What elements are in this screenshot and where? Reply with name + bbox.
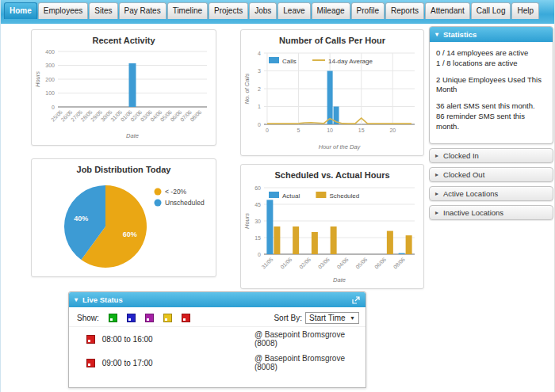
filter-checkbox-purple[interactable] [145,314,154,322]
shift-location: @ Basepoint Bromsgrove (8008) [255,354,366,371]
status-color-swatch [86,335,95,344]
svg-text:06/06: 06/06 [373,257,387,270]
svg-text:02/06: 02/06 [298,257,312,270]
svg-text:15: 15 [255,235,261,241]
tab-mileage[interactable]: Mileage [312,2,350,19]
tab-pay-rates[interactable]: Pay Rates [119,2,166,19]
chevron-right-icon: ▸ [435,152,438,159]
svg-text:31/05: 31/05 [261,257,274,270]
chart-title: Scheduled vs. Actual Hours [241,170,423,180]
statistics-header[interactable]: ▾ Statistics [430,27,553,42]
caret-down-icon: ▼ [350,315,355,321]
show-filter-swatches [109,314,200,322]
svg-text:01/06: 01/06 [279,257,293,270]
chart-title: Job Distribution Today [32,165,216,174]
tab-home[interactable]: Home [4,2,37,19]
live-status-rows: 08:00 to 16:00@ Basepoint Bromsgrove (80… [69,327,366,375]
live-status-row[interactable]: 09:00 to 17:00@ Basepoint Bromsgrove (80… [69,351,366,375]
tab-employees[interactable]: Employees [38,2,88,19]
svg-text:10: 10 [327,127,333,133]
tab-call-log[interactable]: Call Log [471,2,511,19]
chart-title: Recent Activity [32,36,216,45]
statistics-panel: ▾ Statistics 0 / 14 employees are active… [429,26,553,144]
tab-attendant[interactable]: Attendant [425,2,470,19]
statistics-title: Statistics [443,30,477,39]
chevron-down-icon: ▾ [435,31,438,38]
chevron-down-icon: ▾ [75,296,78,303]
svg-text:15: 15 [358,127,365,133]
filter-checkbox-blue[interactable] [127,314,136,322]
svg-text:60: 60 [255,185,261,191]
accordion-active-locations[interactable]: ▸Active Locations [429,186,553,201]
sort-by-label: Sort By: [274,314,302,322]
scheduled-vs-actual-panel: Scheduled vs. Actual Hours 01530456031/0… [240,164,424,289]
svg-text:45: 45 [255,202,261,207]
tab-bar: HomeEmployeesSitesPay RatesTimelineProje… [1,0,554,24]
live-status-header[interactable]: ▾ Live Status [69,292,366,307]
live-status-row[interactable]: 08:00 to 16:00@ Basepoint Bromsgrove (80… [69,327,366,351]
svg-text:2: 2 [258,86,261,92]
accordion-label: Clocked In [443,151,479,160]
accordion-clocked-in[interactable]: ▸Clocked In [429,148,553,163]
calls-per-hour-panel: Number of Calls Per Hour 0123405101520No… [240,29,424,156]
tab-help[interactable]: Help [511,2,539,19]
tab-leave[interactable]: Leave [278,2,310,19]
tab-jobs[interactable]: Jobs [249,2,277,19]
svg-text:200: 200 [45,77,55,82]
chevron-right-icon: ▸ [435,190,438,197]
calls-per-hour-chart: 0123405101520No. of CallsHour of the Day… [243,47,421,151]
svg-text:5: 5 [297,127,300,133]
filter-checkbox-yellow[interactable] [163,314,172,322]
app-window: HomeEmployeesSitesPay RatesTimelineProje… [0,0,555,392]
tab-sites[interactable]: Sites [89,2,117,19]
svg-text:Hours: Hours [243,213,251,229]
svg-text:4: 4 [258,51,261,56]
svg-text:100: 100 [45,90,55,96]
chart-title: Number of Calls Per Hour [241,36,423,45]
svg-text:1: 1 [258,104,261,109]
svg-text:400: 400 [45,49,55,55]
show-label: Show: [77,314,99,322]
svg-text:Date: Date [126,132,139,139]
shift-time: 08:00 to 16:00 [102,335,255,344]
live-status-title: Live Status [82,295,123,304]
accordion-inactive-locations[interactable]: ▸Inactive Locations [429,205,553,220]
tab-reports[interactable]: Reports [385,2,424,19]
svg-text:Unscheduled: Unscheduled [165,199,205,207]
statistic-line: 2 Unique Employees Used This Month [436,75,546,96]
svg-text:0: 0 [266,127,269,133]
svg-text:Date: Date [333,276,346,284]
sort-by-select[interactable]: Start Time ▼ [305,312,359,324]
svg-text:No. of Calls: No. of Calls [243,73,251,104]
svg-text:3: 3 [258,68,261,74]
sort-by: Sort By: Start Time ▼ [274,312,359,324]
svg-text:04/06: 04/06 [336,257,350,270]
tab-profile[interactable]: Profile [351,2,385,19]
svg-text:20: 20 [389,127,396,133]
svg-text:08/06: 08/06 [392,257,406,270]
shift-location: @ Basepoint Bromsgrove (8008) [255,330,366,348]
statistics-group: 36 alert SMS sent this month.86 reminder… [436,101,546,131]
chevron-right-icon: ▸ [435,171,438,178]
svg-text:08/06: 08/06 [189,109,202,123]
sort-by-value: Start Time [309,314,346,322]
svg-text:Hours: Hours [34,71,41,87]
popout-icon[interactable] [352,296,360,304]
status-color-swatch [86,359,95,367]
filter-checkbox-red[interactable] [182,314,190,322]
svg-text:300: 300 [45,63,55,68]
sidebar-accordion: ▸Clocked In▸Clocked Out▸Active Locations… [429,148,553,220]
job-distribution-panel: Job Distribution Today 60%40%< -20%Unsch… [31,158,216,277]
accordion-clocked-out[interactable]: ▸Clocked Out [429,167,553,182]
statistic-line: 86 reminder SMS sent this month. [436,112,546,132]
sidebar: ▾ Statistics 0 / 14 employees are active… [429,26,553,220]
svg-text:05/06: 05/06 [354,257,368,270]
svg-text:03/06: 03/06 [317,257,331,270]
svg-text:0: 0 [258,252,261,257]
job-distribution-chart: 60%40%< -20%Unscheduled [34,176,213,272]
tab-projects[interactable]: Projects [209,2,248,19]
svg-text:30: 30 [255,219,261,224]
filter-checkbox-green[interactable] [109,314,117,322]
statistics-group: 2 Unique Employees Used This Month [436,75,546,96]
tab-timeline[interactable]: Timeline [167,2,208,19]
